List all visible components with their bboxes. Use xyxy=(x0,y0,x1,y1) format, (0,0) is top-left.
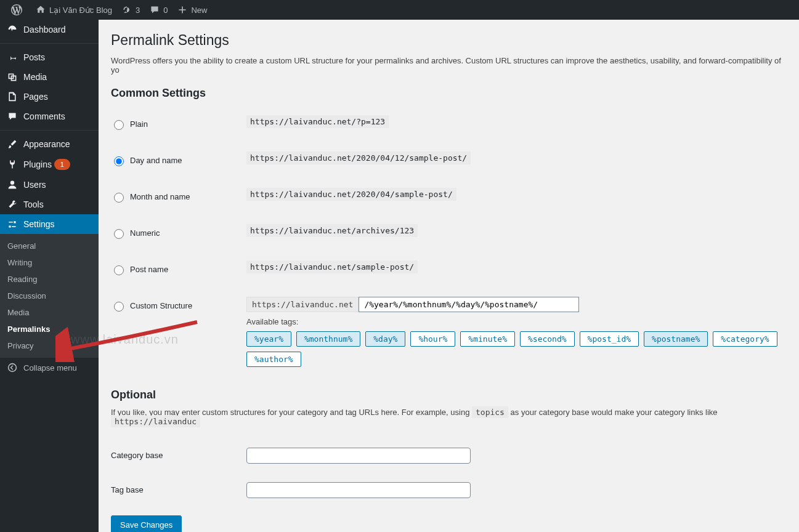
page-title: Permalink Settings xyxy=(111,32,787,49)
permalink-option-label: Day and name xyxy=(130,156,182,165)
permalink-option-label: Custom Structure xyxy=(130,301,192,310)
sidebar-item-label: Users xyxy=(23,180,46,190)
settings-icon xyxy=(6,219,18,229)
main-content: Permalink Settings WordPress offers you … xyxy=(99,20,799,532)
permalink-radio[interactable] xyxy=(114,229,124,239)
submenu-permalinks[interactable]: Permalinks xyxy=(0,321,99,337)
comment-icon xyxy=(6,111,18,121)
custom-structure-input[interactable] xyxy=(359,297,579,312)
permalink-example-url: https://laivanduc.net/?p=123 xyxy=(246,115,389,128)
category-base-label: Category base xyxy=(111,451,163,460)
plugins-badge: 1 xyxy=(54,159,70,170)
submenu-discussion[interactable]: Discussion xyxy=(0,288,99,304)
common-settings-table: Plainhttps://laivanduc.net/?p=123Day and… xyxy=(111,106,787,376)
tag-day[interactable]: %day% xyxy=(365,331,405,347)
collapse-menu[interactable]: Collapse menu xyxy=(0,358,99,377)
sidebar-item-appearance[interactable]: Appearance xyxy=(0,134,99,154)
sidebar-item-label: Tools xyxy=(23,200,44,209)
permalink-option-label: Numeric xyxy=(130,228,160,238)
settings-submenu: GeneralWritingReadingDiscussionMediaPerm… xyxy=(0,234,99,358)
admin-sidebar: DashboardPostsMediaPagesCommentsAppearan… xyxy=(0,20,99,532)
wp-logo[interactable] xyxy=(6,0,31,20)
tag-postname[interactable]: %postname% xyxy=(644,331,708,347)
brush-icon xyxy=(6,139,18,149)
permalink-option-post-name[interactable]: Post name xyxy=(111,264,234,275)
tag-base-input[interactable] xyxy=(246,482,471,498)
tag-second[interactable]: %second% xyxy=(520,331,575,347)
permalink-example-url: https://laivanduc.net/2020/04/sample-pos… xyxy=(246,188,456,201)
optional-desc: If you like, you may enter custom struct… xyxy=(111,408,787,426)
permalink-option-label: Month and name xyxy=(130,192,190,201)
available-tags: %year%%monthnum%%day%%hour%%minute%%seco… xyxy=(246,331,781,367)
custom-structure-prefix: https://laivanduc.net xyxy=(246,297,359,312)
permalink-option-day-and-name[interactable]: Day and name xyxy=(111,155,234,166)
permalink-example-url: https://laivanduc.net/archives/123 xyxy=(246,224,418,237)
permalink-example-url: https://laivanduc.net/sample-post/ xyxy=(246,260,418,273)
submenu-general[interactable]: General xyxy=(0,238,99,254)
common-settings-heading: Common Settings xyxy=(111,87,787,100)
comments-link[interactable]: 0 xyxy=(145,0,172,20)
permalink-option-custom[interactable]: Custom Structure xyxy=(111,300,234,312)
comments-count: 0 xyxy=(163,6,168,15)
sidebar-item-comments[interactable]: Comments xyxy=(0,107,99,126)
permalink-example-url: https://laivanduc.net/2020/04/12/sample-… xyxy=(246,151,471,164)
refresh-icon xyxy=(122,5,132,15)
permalink-radio[interactable] xyxy=(114,120,124,130)
permalink-option-label: Post name xyxy=(130,265,168,274)
permalink-radio[interactable] xyxy=(114,193,124,203)
svg-point-0 xyxy=(10,181,14,185)
tag-year[interactable]: %year% xyxy=(246,331,291,347)
sidebar-item-media[interactable]: Media xyxy=(0,67,99,87)
admin-bar: Lại Văn Đức Blog 3 0 New xyxy=(0,0,799,20)
permalink-option-numeric[interactable]: Numeric xyxy=(111,227,234,239)
available-tags-label: Available tags: xyxy=(246,317,781,326)
refresh-count: 3 xyxy=(136,6,140,15)
new-label: New xyxy=(191,6,207,15)
permalink-option-plain[interactable]: Plain xyxy=(111,118,234,130)
permalink-radio[interactable] xyxy=(114,302,124,312)
user-icon xyxy=(6,180,18,190)
comment-icon xyxy=(150,5,160,15)
page-intro: WordPress offers you the ability to crea… xyxy=(111,56,787,75)
sidebar-item-label: Posts xyxy=(23,52,45,62)
sidebar-item-tools[interactable]: Tools xyxy=(0,195,99,214)
submenu-media[interactable]: Media xyxy=(0,304,99,321)
media-icon xyxy=(6,72,18,82)
tag-author[interactable]: %author% xyxy=(246,352,301,367)
tag-base-label: Tag base xyxy=(111,485,144,494)
sidebar-item-dashboard[interactable]: Dashboard xyxy=(0,20,99,39)
sidebar-item-label: Media xyxy=(23,72,47,82)
sidebar-item-pages[interactable]: Pages xyxy=(0,87,99,107)
tag-monthnum[interactable]: %monthnum% xyxy=(296,331,360,347)
wrench-icon xyxy=(6,200,18,209)
site-name-link[interactable]: Lại Văn Đức Blog xyxy=(31,0,117,20)
optional-table: Category base Tag base xyxy=(111,438,787,507)
permalink-option-label: Plain xyxy=(130,119,148,129)
optional-code-url: https://laivanduc xyxy=(111,416,200,427)
sidebar-item-users[interactable]: Users xyxy=(0,175,99,195)
sidebar-item-label: Settings xyxy=(23,219,55,229)
sidebar-item-label: Appearance xyxy=(23,139,70,149)
tag-minute[interactable]: %minute% xyxy=(460,331,515,347)
optional-heading: Optional xyxy=(111,389,787,401)
sidebar-item-posts[interactable]: Posts xyxy=(0,47,99,67)
permalink-radio[interactable] xyxy=(114,156,124,166)
permalink-option-month-and-name[interactable]: Month and name xyxy=(111,191,234,203)
save-changes-button[interactable]: Save Changes xyxy=(111,515,182,532)
refresh-link[interactable]: 3 xyxy=(117,0,145,20)
category-base-input[interactable] xyxy=(246,448,471,464)
plug-icon xyxy=(6,159,18,169)
sidebar-item-plugins[interactable]: Plugins1 xyxy=(0,154,99,175)
sidebar-item-label: Pages xyxy=(23,92,48,102)
submenu-privacy[interactable]: Privacy xyxy=(0,337,99,354)
wordpress-icon xyxy=(11,4,22,15)
pin-icon xyxy=(6,52,18,62)
tag-category[interactable]: %category% xyxy=(713,331,777,347)
tag-post_id[interactable]: %post_id% xyxy=(580,331,639,347)
tag-hour[interactable]: %hour% xyxy=(410,331,455,347)
new-link[interactable]: New xyxy=(172,0,212,20)
sidebar-item-settings[interactable]: Settings xyxy=(0,214,99,234)
submenu-writing[interactable]: Writing xyxy=(0,254,99,271)
permalink-radio[interactable] xyxy=(114,265,124,275)
submenu-reading[interactable]: Reading xyxy=(0,271,99,288)
